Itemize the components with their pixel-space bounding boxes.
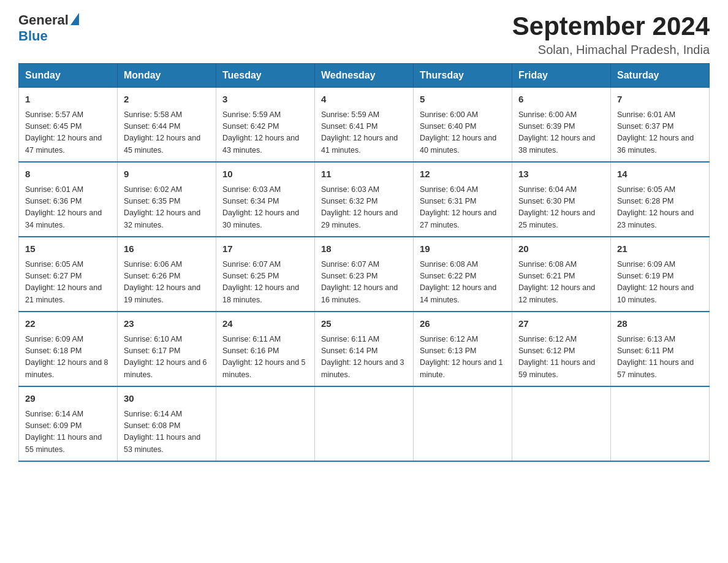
calendar-day-cell: 22Sunrise: 6:09 AMSunset: 6:18 PMDayligh… [19, 312, 118, 386]
day-number: 25 [321, 317, 407, 331]
calendar-day-cell [315, 386, 414, 461]
day-number: 3 [222, 93, 308, 107]
day-info: Sunrise: 6:14 AMSunset: 6:08 PMDaylight:… [124, 408, 210, 456]
calendar-day-cell: 11Sunrise: 6:03 AMSunset: 6:32 PMDayligh… [315, 162, 414, 237]
logo-general-text: General [18, 12, 69, 28]
day-number: 23 [124, 317, 210, 331]
calendar-day-cell: 3Sunrise: 5:59 AMSunset: 6:42 PMDaylight… [216, 88, 315, 163]
day-number: 18 [321, 242, 407, 256]
calendar-day-cell: 28Sunrise: 6:13 AMSunset: 6:11 PMDayligh… [611, 312, 710, 386]
day-info: Sunrise: 6:00 AMSunset: 6:40 PMDaylight:… [420, 109, 506, 157]
calendar-week-row: 29Sunrise: 6:14 AMSunset: 6:09 PMDayligh… [19, 386, 710, 461]
day-number: 29 [25, 392, 111, 406]
column-header-thursday: Thursday [414, 64, 512, 88]
column-header-monday: Monday [118, 64, 216, 88]
day-info: Sunrise: 5:59 AMSunset: 6:42 PMDaylight:… [222, 109, 308, 157]
calendar-day-cell: 17Sunrise: 6:07 AMSunset: 6:25 PMDayligh… [216, 237, 315, 312]
day-info: Sunrise: 6:13 AMSunset: 6:11 PMDaylight:… [617, 334, 703, 381]
day-info: Sunrise: 6:04 AMSunset: 6:31 PMDaylight:… [420, 184, 506, 232]
calendar-day-cell [216, 386, 315, 461]
day-number: 28 [617, 317, 703, 331]
day-info: Sunrise: 6:02 AMSunset: 6:35 PMDaylight:… [124, 184, 210, 232]
column-header-saturday: Saturday [611, 64, 710, 88]
calendar-table: SundayMondayTuesdayWednesdayThursdayFrid… [18, 63, 710, 462]
calendar-day-cell: 18Sunrise: 6:07 AMSunset: 6:23 PMDayligh… [315, 237, 414, 312]
day-number: 14 [617, 167, 703, 182]
day-number: 17 [222, 242, 308, 256]
day-info: Sunrise: 6:03 AMSunset: 6:34 PMDaylight:… [222, 184, 308, 232]
calendar-day-cell: 12Sunrise: 6:04 AMSunset: 6:31 PMDayligh… [414, 162, 512, 237]
day-info: Sunrise: 6:03 AMSunset: 6:32 PMDaylight:… [321, 184, 407, 232]
column-header-friday: Friday [512, 64, 611, 88]
day-number: 7 [617, 93, 703, 107]
day-number: 30 [124, 392, 210, 406]
calendar-title: September 2024 [512, 12, 710, 40]
calendar-day-cell: 29Sunrise: 6:14 AMSunset: 6:09 PMDayligh… [19, 386, 118, 461]
day-info: Sunrise: 6:08 AMSunset: 6:21 PMDaylight:… [518, 259, 604, 307]
day-number: 24 [222, 317, 308, 331]
calendar-day-cell: 10Sunrise: 6:03 AMSunset: 6:34 PMDayligh… [216, 162, 315, 237]
day-number: 16 [124, 242, 210, 256]
calendar-week-row: 22Sunrise: 6:09 AMSunset: 6:18 PMDayligh… [19, 312, 710, 386]
day-number: 12 [420, 167, 506, 182]
day-number: 13 [518, 167, 604, 182]
day-info: Sunrise: 6:05 AMSunset: 6:28 PMDaylight:… [617, 184, 703, 232]
day-info: Sunrise: 6:12 AMSunset: 6:13 PMDaylight:… [420, 334, 506, 381]
calendar-day-cell [414, 386, 512, 461]
column-header-tuesday: Tuesday [216, 64, 315, 88]
day-info: Sunrise: 6:04 AMSunset: 6:30 PMDaylight:… [518, 184, 604, 232]
day-info: Sunrise: 6:10 AMSunset: 6:17 PMDaylight:… [124, 334, 210, 381]
day-info: Sunrise: 6:14 AMSunset: 6:09 PMDaylight:… [25, 408, 111, 456]
day-info: Sunrise: 6:12 AMSunset: 6:12 PMDaylight:… [518, 334, 604, 381]
calendar-day-cell: 21Sunrise: 6:09 AMSunset: 6:19 PMDayligh… [611, 237, 710, 312]
calendar-day-cell: 26Sunrise: 6:12 AMSunset: 6:13 PMDayligh… [414, 312, 512, 386]
calendar-day-cell: 5Sunrise: 6:00 AMSunset: 6:40 PMDaylight… [414, 88, 512, 163]
calendar-day-cell [611, 386, 710, 461]
day-number: 6 [518, 93, 604, 107]
calendar-day-cell: 24Sunrise: 6:11 AMSunset: 6:16 PMDayligh… [216, 312, 315, 386]
calendar-day-cell: 6Sunrise: 6:00 AMSunset: 6:39 PMDaylight… [512, 88, 611, 163]
day-info: Sunrise: 6:11 AMSunset: 6:14 PMDaylight:… [321, 334, 407, 381]
calendar-day-cell: 4Sunrise: 5:59 AMSunset: 6:41 PMDaylight… [315, 88, 414, 163]
title-area: September 2024 Solan, Himachal Pradesh, … [512, 12, 710, 57]
logo-blue-text: Blue [18, 28, 48, 44]
day-info: Sunrise: 6:07 AMSunset: 6:23 PMDaylight:… [321, 259, 407, 307]
day-info: Sunrise: 6:00 AMSunset: 6:39 PMDaylight:… [518, 109, 604, 157]
calendar-subtitle: Solan, Himachal Pradesh, India [512, 43, 710, 57]
calendar-day-cell: 27Sunrise: 6:12 AMSunset: 6:12 PMDayligh… [512, 312, 611, 386]
calendar-day-cell: 13Sunrise: 6:04 AMSunset: 6:30 PMDayligh… [512, 162, 611, 237]
calendar-day-cell: 14Sunrise: 6:05 AMSunset: 6:28 PMDayligh… [611, 162, 710, 237]
calendar-day-cell: 1Sunrise: 5:57 AMSunset: 6:45 PMDaylight… [19, 88, 118, 163]
column-header-wednesday: Wednesday [315, 64, 414, 88]
day-number: 27 [518, 317, 604, 331]
calendar-day-cell: 9Sunrise: 6:02 AMSunset: 6:35 PMDaylight… [118, 162, 216, 237]
day-info: Sunrise: 6:05 AMSunset: 6:27 PMDaylight:… [25, 259, 111, 307]
day-info: Sunrise: 6:09 AMSunset: 6:19 PMDaylight:… [617, 259, 703, 307]
day-number: 2 [124, 93, 210, 107]
day-number: 15 [25, 242, 111, 256]
calendar-day-cell: 19Sunrise: 6:08 AMSunset: 6:22 PMDayligh… [414, 237, 512, 312]
day-number: 22 [25, 317, 111, 331]
day-info: Sunrise: 6:11 AMSunset: 6:16 PMDaylight:… [222, 334, 308, 381]
logo: General Blue [18, 12, 79, 44]
day-number: 8 [25, 167, 111, 182]
page-header: General Blue September 2024 Solan, Himac… [18, 12, 710, 57]
day-number: 4 [321, 93, 407, 107]
day-number: 1 [25, 93, 111, 107]
day-info: Sunrise: 6:08 AMSunset: 6:22 PMDaylight:… [420, 259, 506, 307]
day-info: Sunrise: 6:01 AMSunset: 6:37 PMDaylight:… [617, 109, 703, 157]
logo-triangle-icon [70, 13, 79, 25]
calendar-day-cell: 2Sunrise: 5:58 AMSunset: 6:44 PMDaylight… [118, 88, 216, 163]
day-number: 9 [124, 167, 210, 182]
day-number: 20 [518, 242, 604, 256]
calendar-day-cell: 8Sunrise: 6:01 AMSunset: 6:36 PMDaylight… [19, 162, 118, 237]
day-number: 21 [617, 242, 703, 256]
day-info: Sunrise: 6:07 AMSunset: 6:25 PMDaylight:… [222, 259, 308, 307]
calendar-header-row: SundayMondayTuesdayWednesdayThursdayFrid… [19, 64, 710, 88]
calendar-day-cell [512, 386, 611, 461]
day-info: Sunrise: 5:58 AMSunset: 6:44 PMDaylight:… [124, 109, 210, 157]
calendar-day-cell: 16Sunrise: 6:06 AMSunset: 6:26 PMDayligh… [118, 237, 216, 312]
column-header-sunday: Sunday [19, 64, 118, 88]
calendar-week-row: 15Sunrise: 6:05 AMSunset: 6:27 PMDayligh… [19, 237, 710, 312]
day-info: Sunrise: 6:06 AMSunset: 6:26 PMDaylight:… [124, 259, 210, 307]
